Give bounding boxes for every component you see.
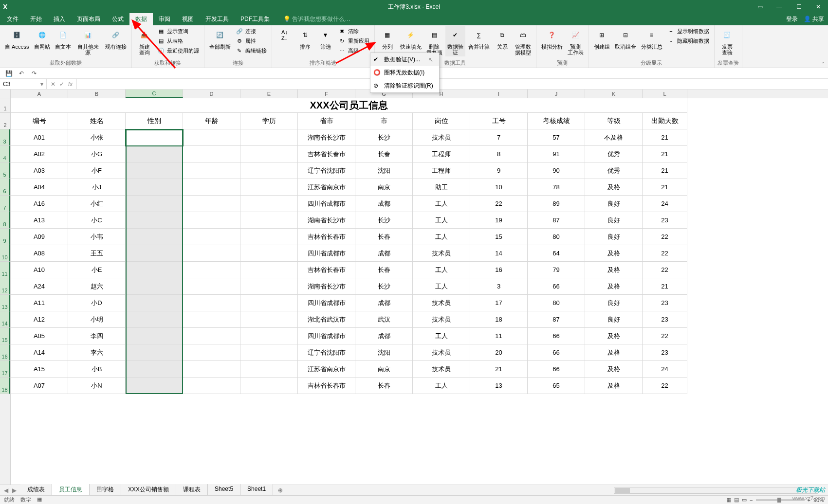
fapiao-button[interactable]: 🧾发票 查验 — [718, 26, 737, 56]
dd-clear-circles[interactable]: ⊘清除验证标识圈(R) — [370, 79, 439, 90]
subtotal-button[interactable]: ≡分类汇总 — [639, 26, 664, 51]
formula-input[interactable] — [77, 79, 828, 89]
group-forecast: ❓模拟分析 📈预测 工作表 预测 — [536, 25, 589, 68]
ribbon-options-icon[interactable]: ▭ — [750, 0, 770, 14]
consolidate-button[interactable]: ∑合并计算 — [466, 26, 492, 51]
group-button[interactable]: ⊞创建组 — [592, 26, 612, 51]
data-model-button[interactable]: 🗃管理数 据模型 — [513, 26, 533, 56]
text-to-columns-button[interactable]: ▦分列 — [378, 26, 397, 51]
sort-az-button[interactable]: A↓Z↓ — [275, 26, 294, 44]
recent-sources-button[interactable]: 🕓最近使用的源 — [155, 46, 201, 55]
tab-home[interactable]: 开始 — [24, 13, 48, 25]
share-button[interactable]: 👤 共享 — [804, 15, 824, 23]
clear-circles-icon: ⊘ — [373, 82, 381, 90]
new-query-button[interactable]: 📥新建 查询 — [135, 26, 154, 56]
cancel-formula-icon[interactable]: ✕ — [51, 81, 55, 88]
save-icon[interactable]: 💾 — [4, 69, 14, 78]
fx-icon[interactable]: fx — [68, 81, 73, 88]
minimize-button[interactable]: — — [770, 0, 789, 14]
from-access-button[interactable]: 🗄️自 Access — [3, 26, 31, 51]
group-external-data: 🗄️自 Access 🌐自网站 📄自文本 📊自其他来源 🔗现有连接 获取外部数据 — [0, 25, 132, 68]
close-button[interactable]: ✕ — [809, 0, 828, 14]
redo-icon[interactable]: ↷ — [29, 69, 39, 78]
cursor-icon: ↖ — [428, 56, 433, 63]
tab-developer[interactable]: 开发工具 — [200, 13, 235, 25]
data-validation-dropdown: ✔数据验证(V)...↖ ⭕圈释无效数据(I) ⊘清除验证标识圈(R) — [370, 53, 440, 90]
remove-duplicates-button[interactable]: ▤删除 重复项 — [424, 26, 444, 56]
flash-fill-button[interactable]: ⚡快速填充 — [398, 26, 423, 51]
tell-me-search[interactable]: 💡 告诉我您想要做什么… — [283, 15, 350, 25]
data-validation-button[interactable]: ✔数据验 证 — [445, 26, 465, 56]
ribbon-tabs: 文件 开始 插入 页面布局 公式 数据 审阅 视图 开发工具 PDF工具集 💡 … — [0, 14, 828, 25]
window-title: 工作簿3.xlsx - Excel — [388, 3, 440, 11]
relationships-button[interactable]: ⧉关系 — [493, 26, 512, 51]
group-get-transform: 📥新建 查询 ▦显示查询 ▤从表格 🕓最近使用的源 获取和转换 — [132, 25, 204, 68]
tab-data[interactable]: 数据 — [129, 13, 153, 25]
sort-button[interactable]: ⇅排序 — [295, 26, 315, 51]
chevron-down-icon[interactable]: ▾ — [40, 81, 43, 88]
group-outline: ⊞创建组 ⊟取消组合 ≡分类汇总 +显示明细数据 -隐藏明细数据 分级显示 — [589, 25, 715, 68]
name-box[interactable]: C3▾ — [0, 79, 47, 89]
group-fapiao: 🧾发票 查验 发票查验 — [715, 25, 742, 68]
enter-formula-icon[interactable]: ✓ — [59, 81, 64, 88]
filter-button[interactable]: ▼筛选 — [316, 26, 335, 51]
titlebar: X 工作簿3.xlsx - Excel ▭ — ☐ ✕ — [0, 0, 828, 14]
edit-links-button[interactable]: ✎编辑链接 — [234, 46, 269, 55]
show-detail-button[interactable]: +显示明细数据 — [665, 26, 711, 36]
maximize-button[interactable]: ☐ — [789, 0, 809, 14]
forecast-sheet-button[interactable]: 📈预测 工作表 — [566, 26, 586, 56]
group-sort-filter: A↓Z↓ ⇅排序 ▼筛选 ✖清除 ↻重新应用 ⋯高级 排序和筛选 — [272, 25, 375, 68]
tab-view[interactable]: 视图 — [176, 13, 200, 25]
clear-filter-button[interactable]: ✖清除 — [336, 26, 371, 36]
dd-circle-invalid[interactable]: ⭕圈释无效数据(I) — [370, 66, 439, 79]
validation-icon: ✔ — [373, 56, 381, 64]
ungroup-button[interactable]: ⊟取消组合 — [613, 26, 638, 51]
from-web-button[interactable]: 🌐自网站 — [32, 26, 52, 51]
reapply-button[interactable]: ↻重新应用 — [336, 36, 371, 46]
refresh-all-button[interactable]: 🔄全部刷新 — [207, 26, 233, 51]
properties-button[interactable]: ⚙属性 — [234, 36, 269, 46]
excel-icon: X — [3, 3, 7, 11]
tab-file[interactable]: 文件 — [1, 13, 24, 25]
existing-connections-button[interactable]: 🔗现有连接 — [103, 26, 129, 51]
circle-invalid-icon: ⭕ — [373, 69, 381, 77]
undo-icon[interactable]: ↶ — [17, 69, 26, 78]
login-link[interactable]: 登录 — [786, 15, 798, 23]
from-table-button[interactable]: ▤从表格 — [155, 36, 201, 46]
tab-formula[interactable]: 公式 — [106, 13, 129, 25]
dd-data-validation[interactable]: ✔数据验证(V)...↖ — [370, 53, 439, 66]
tab-layout[interactable]: 页面布局 — [71, 13, 106, 25]
hide-detail-button[interactable]: -隐藏明细数据 — [665, 36, 711, 46]
advanced-filter-button[interactable]: ⋯高级 — [336, 46, 371, 55]
show-queries-button[interactable]: ▦显示查询 — [155, 26, 201, 36]
whatif-button[interactable]: ❓模拟分析 — [539, 26, 565, 51]
tab-insert[interactable]: 插入 — [48, 13, 71, 25]
from-other-button[interactable]: 📊自其他来源 — [74, 26, 102, 56]
collapse-ribbon-icon[interactable]: ⌃ — [821, 61, 825, 67]
tab-review[interactable]: 审阅 — [153, 13, 176, 25]
from-text-button[interactable]: 📄自文本 — [53, 26, 73, 51]
group-connections: 🔄全部刷新 🔗连接 ⚙属性 ✎编辑链接 连接 — [204, 25, 272, 68]
tab-pdf[interactable]: PDF工具集 — [235, 13, 276, 25]
connections-button[interactable]: 🔗连接 — [234, 26, 269, 36]
